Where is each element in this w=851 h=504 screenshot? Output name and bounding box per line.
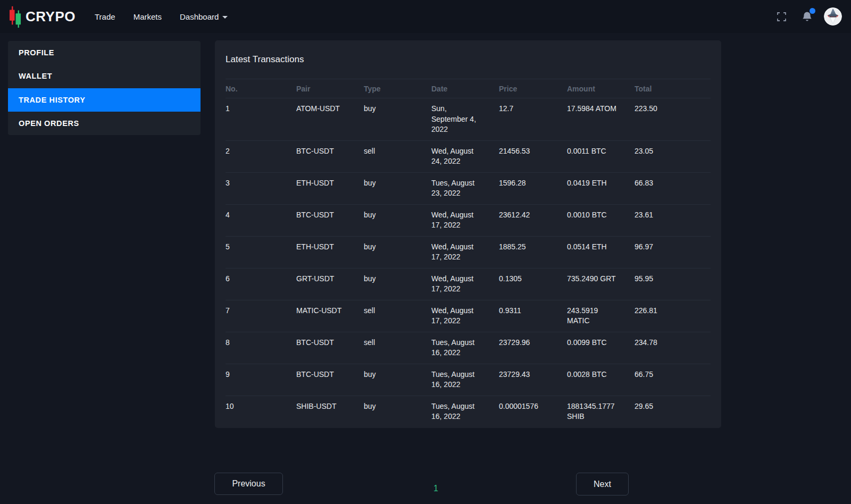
sidebar-item-wallet[interactable]: WALLET [8, 64, 201, 88]
table-row: 1 ATOM-USDT buy Sun, September 4, 2022 1… [226, 98, 711, 141]
transaction-total: 66.75 [635, 364, 711, 396]
transaction-total: 29.65 [635, 396, 711, 427]
transaction-amount: 0.0028 BTC [567, 364, 635, 396]
fullscreen-button[interactable] [777, 12, 786, 21]
transaction-no: 2 [226, 140, 296, 172]
pagination: Previous 1 Next [214, 473, 629, 495]
transaction-type: sell [364, 332, 431, 364]
navbar-right [777, 7, 851, 26]
transaction-price: 1885.25 [499, 236, 567, 268]
notifications-button[interactable] [802, 11, 812, 22]
nav-link-trade-label: Trade [95, 12, 115, 21]
transaction-total: 23.61 [635, 204, 711, 236]
transaction-pair: GRT-USDT [296, 268, 364, 300]
brand-name: CRYPO [26, 10, 76, 23]
current-page-number[interactable]: 1 [433, 484, 438, 493]
transaction-pair: SHIB-USDT [296, 396, 364, 427]
sidebar-item-trade-history[interactable]: TRADE HISTORY [8, 88, 201, 112]
transaction-price: 0.1305 [499, 268, 567, 300]
sidebar-item-open-orders-label: OPEN ORDERS [19, 119, 79, 128]
transaction-pair: BTC-USDT [296, 204, 364, 236]
transaction-pair: ATOM-USDT [296, 98, 364, 141]
table-header-row: No. Pair Type Date Price Amount Total [226, 79, 711, 98]
sidebar-item-profile[interactable]: PROFILE [8, 41, 201, 64]
top-navbar: CRYPO Trade Markets Dashboard [0, 0, 851, 33]
column-header-amount: Amount [567, 79, 635, 98]
transaction-total: 95.95 [635, 268, 711, 300]
account-sidebar: PROFILE WALLET TRADE HISTORY OPEN ORDERS [8, 41, 201, 135]
transaction-date: Wed, August 17, 2022 [431, 268, 499, 300]
transaction-type: buy [364, 236, 431, 268]
transaction-date: Tues, August 23, 2022 [431, 172, 499, 204]
table-row: 10 SHIB-USDT buy Tues, August 16, 2022 0… [226, 396, 711, 427]
transaction-no: 9 [226, 364, 296, 396]
transaction-price: 0.9311 [499, 300, 567, 332]
transaction-price: 23729.43 [499, 364, 567, 396]
transaction-no: 4 [226, 204, 296, 236]
transaction-no: 3 [226, 172, 296, 204]
transaction-type: sell [364, 140, 431, 172]
candlestick-logo-icon [9, 4, 22, 29]
nav-link-markets[interactable]: Markets [134, 12, 162, 21]
transaction-no: 10 [226, 396, 296, 427]
chevron-down-icon [222, 16, 228, 19]
transaction-amount: 735.2490 GRT [567, 268, 635, 300]
table-row: 5 ETH-USDT buy Wed, August 17, 2022 1885… [226, 236, 711, 268]
transaction-date: Tues, August 16, 2022 [431, 332, 499, 364]
transaction-no: 8 [226, 332, 296, 364]
transaction-amount: 0.0010 BTC [567, 204, 635, 236]
next-page-button[interactable]: Next [576, 473, 629, 495]
transaction-pair: BTC-USDT [296, 364, 364, 396]
sidebar-item-profile-label: PROFILE [19, 48, 54, 57]
transaction-type: buy [364, 98, 431, 141]
transactions-table: No. Pair Type Date Price Amount Total 1 … [226, 79, 711, 427]
transaction-total: 66.83 [635, 172, 711, 204]
transaction-pair: MATIC-USDT [296, 300, 364, 332]
transaction-price: 23612.42 [499, 204, 567, 236]
transaction-date: Wed, August 17, 2022 [431, 204, 499, 236]
transaction-pair: ETH-USDT [296, 172, 364, 204]
notification-dot [810, 8, 815, 14]
transaction-no: 1 [226, 98, 296, 141]
transaction-date: Sun, September 4, 2022 [431, 98, 499, 141]
transaction-date: Wed, August 17, 2022 [431, 300, 499, 332]
table-row: 4 BTC-USDT buy Wed, August 17, 2022 2361… [226, 204, 711, 236]
main-nav: Trade Markets Dashboard [95, 12, 228, 21]
nav-link-dashboard-label: Dashboard [180, 12, 219, 21]
transaction-price: 21456.53 [499, 140, 567, 172]
table-row: 6 GRT-USDT buy Wed, August 17, 2022 0.13… [226, 268, 711, 300]
previous-page-button[interactable]: Previous [214, 473, 283, 495]
user-avatar[interactable] [824, 7, 842, 26]
fullscreen-icon [777, 12, 786, 21]
table-row: 3 ETH-USDT buy Tues, August 23, 2022 159… [226, 172, 711, 204]
transaction-total: 96.97 [635, 236, 711, 268]
nav-link-markets-label: Markets [134, 12, 162, 21]
transaction-amount: 0.0099 BTC [567, 332, 635, 364]
transaction-pair: BTC-USDT [296, 332, 364, 364]
transaction-price: 1596.28 [499, 172, 567, 204]
transaction-pair: BTC-USDT [296, 140, 364, 172]
transaction-pair: ETH-USDT [296, 236, 364, 268]
transaction-type: buy [364, 364, 431, 396]
transaction-type: buy [364, 268, 431, 300]
transaction-total: 223.50 [635, 98, 711, 141]
table-row: 2 BTC-USDT sell Wed, August 24, 2022 214… [226, 140, 711, 172]
column-header-pair: Pair [296, 79, 364, 98]
table-row: 8 BTC-USDT sell Tues, August 16, 2022 23… [226, 332, 711, 364]
transaction-amount: 1881345.1777 SHIB [567, 396, 635, 427]
transaction-date: Tues, August 16, 2022 [431, 364, 499, 396]
transaction-date: Wed, August 24, 2022 [431, 140, 499, 172]
nav-link-dashboard[interactable]: Dashboard [180, 12, 228, 21]
column-header-total: Total [635, 79, 711, 98]
transaction-date: Wed, August 17, 2022 [431, 236, 499, 268]
sidebar-item-open-orders[interactable]: OPEN ORDERS [8, 112, 201, 135]
transaction-total: 23.05 [635, 140, 711, 172]
transaction-no: 7 [226, 300, 296, 332]
column-header-date: Date [431, 79, 499, 98]
transaction-amount: 0.0419 ETH [567, 172, 635, 204]
brand-logo[interactable]: CRYPO [9, 4, 76, 29]
column-header-no: No. [226, 79, 296, 98]
transaction-price: 12.7 [499, 98, 567, 141]
nav-link-trade[interactable]: Trade [95, 12, 115, 21]
card-header: Latest Transactions [215, 40, 721, 79]
